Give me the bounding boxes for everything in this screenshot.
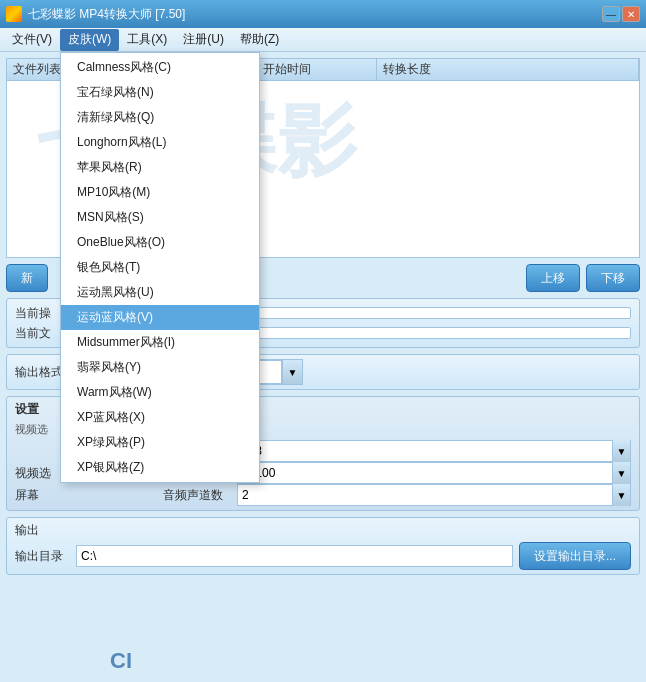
skin-dropdown: Calmness风格(C) 宝石绿风格(N) 清新绿风格(Q) Longhorn… [60, 52, 260, 483]
title-bar: 七彩蝶影 MP4转换大师 [7.50] — ✕ [0, 0, 646, 28]
ci-text: CI [110, 648, 132, 674]
skin-item-jade[interactable]: 翡翠风格(Y) [61, 355, 259, 380]
menu-help[interactable]: 帮助(Z) [232, 29, 287, 51]
channels-select[interactable]: 2 ▼ [237, 484, 631, 506]
quality-value: 128 [238, 444, 612, 458]
close-button[interactable]: ✕ [622, 6, 640, 22]
skin-item-sportblack[interactable]: 运动黑风格(U) [61, 280, 259, 305]
skin-item-longhorn[interactable]: Longhorn风格(L) [61, 130, 259, 155]
samplerate-value: 44100 [238, 466, 612, 480]
channels-value: 2 [238, 488, 612, 502]
output-section: 输出 输出目录 C:\ 设置输出目录... [6, 517, 640, 575]
channels-label: 音频声道数 [163, 487, 233, 504]
new-button[interactable]: 新 [6, 264, 48, 292]
menu-file[interactable]: 文件(V) [4, 29, 60, 51]
skin-item-msn[interactable]: MSN风格(S) [61, 205, 259, 230]
skin-item-oneblue[interactable]: OneBlue风格(O) [61, 230, 259, 255]
set-output-dir-button[interactable]: 设置输出目录... [519, 542, 631, 570]
format-dropdown-arrow[interactable]: ▼ [282, 360, 302, 384]
menu-skin[interactable]: 皮肤(W) [60, 29, 119, 51]
menu-bar: 文件(V) 皮肤(W) 工具(X) 注册(U) 帮助(Z) Calmness风格… [0, 28, 646, 52]
samplerate-select[interactable]: 44100 ▼ [237, 462, 631, 484]
menu-tools[interactable]: 工具(X) [119, 29, 175, 51]
skin-item-shine[interactable]: 宝石绿风格(N) [61, 80, 259, 105]
skin-item-cleargreen[interactable]: 清新绿风格(Q) [61, 105, 259, 130]
skin-item-apple[interactable]: 苹果风格(R) [61, 155, 259, 180]
quality-select[interactable]: 128 ▼ [237, 440, 631, 462]
output-dir-label: 输出目录 [15, 548, 70, 565]
output-row: 输出目录 C:\ 设置输出目录... [15, 542, 631, 570]
minimize-button[interactable]: — [602, 6, 620, 22]
output-path-field[interactable]: C:\ [76, 545, 513, 567]
screen-label: 屏幕 [15, 487, 85, 504]
skin-item-warm[interactable]: Warm风格(W) [61, 380, 259, 405]
skin-item-silver[interactable]: 银色风格(T) [61, 255, 259, 280]
skin-item-xpblue[interactable]: XP蓝风格(X) [61, 405, 259, 430]
title-controls: — ✕ [602, 6, 640, 22]
output-path-value: C:\ [81, 549, 96, 563]
app-icon [6, 6, 22, 22]
skin-item-calmness[interactable]: Calmness风格(C) [61, 55, 259, 80]
output-title: 输出 [15, 522, 631, 539]
skin-item-sportblue[interactable]: 运动蓝风格(V) [61, 305, 259, 330]
menu-register[interactable]: 注册(U) [175, 29, 232, 51]
move-up-button[interactable]: 上移 [526, 264, 580, 292]
skin-item-midsummer[interactable]: Midsummer风格(I) [61, 330, 259, 355]
samplerate-arrow[interactable]: ▼ [612, 462, 630, 484]
skin-item-xpsilver[interactable]: XP银风格(Z) [61, 455, 259, 480]
channels-arrow[interactable]: ▼ [612, 484, 630, 506]
col-start-time: 开始时间 [257, 59, 377, 80]
title-bar-left: 七彩蝶影 MP4转换大师 [7.50] [6, 6, 185, 23]
app-title: 七彩蝶影 MP4转换大师 [7.50] [28, 6, 185, 23]
skin-item-xpgreen[interactable]: XP绿风格(P) [61, 430, 259, 455]
skin-item-mp10[interactable]: MP10风格(M) [61, 180, 259, 205]
screen-row: 屏幕 [15, 484, 155, 506]
col-length: 转换长度 [377, 59, 639, 80]
quality-arrow[interactable]: ▼ [612, 440, 630, 462]
channels-setting-row: 音频声道数 2 ▼ [163, 484, 631, 506]
move-down-button[interactable]: 下移 [586, 264, 640, 292]
